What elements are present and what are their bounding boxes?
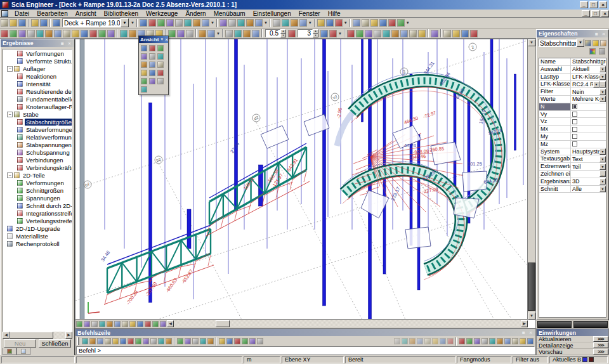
- toolbar-icon[interactable]: [105, 338, 111, 344]
- toolbar-icon[interactable]: [356, 30, 363, 37]
- tree-item[interactable]: Verformte Struktur: [3, 57, 72, 65]
- tree-item[interactable]: Knotenauflager-Resultierend: [3, 103, 72, 110]
- toolbar-icon[interactable]: [481, 338, 488, 344]
- toolbar-icon[interactable]: [402, 338, 408, 344]
- strip-scroll-right-icon[interactable]: ▶: [521, 320, 528, 327]
- close-button[interactable]: ×: [599, 1, 607, 8]
- step-down-icon[interactable]: ▼: [313, 34, 318, 38]
- toolbar-icon[interactable]: [1, 19, 8, 27]
- toolbar-icon[interactable]: [288, 30, 296, 37]
- view-front-icon[interactable]: [141, 45, 147, 51]
- toolbar-icon[interactable]: [237, 19, 245, 27]
- toolbar-icon[interactable]: [252, 30, 259, 37]
- toolbar-icon[interactable]: [129, 30, 136, 37]
- toolbar-icon[interactable]: [207, 338, 214, 344]
- toolbar-icon[interactable]: [99, 321, 105, 327]
- menu-item-einstellungen[interactable]: Einstellungen: [249, 10, 295, 18]
- toolbar-icon[interactable]: [225, 30, 233, 37]
- mdi-document-icon[interactable]: [1, 10, 8, 17]
- menu-item-ansicht[interactable]: Ansicht: [72, 10, 100, 18]
- toolbar-icon[interactable]: [353, 19, 360, 27]
- toolbar-icon[interactable]: [234, 338, 240, 344]
- rotate-icon[interactable]: [149, 53, 155, 60]
- toolbar-icon[interactable]: [137, 321, 143, 327]
- toolbar-icon[interactable]: [497, 338, 503, 344]
- command-panel-title[interactable]: Befehlszeile ■ ×: [75, 329, 535, 336]
- toolbar-icon[interactable]: [440, 338, 446, 344]
- property-value[interactable]: Alle▼: [571, 186, 606, 193]
- tree-item[interactable]: −Auflager: [3, 65, 72, 72]
- toolbar-icon[interactable]: [98, 30, 106, 37]
- toolbar-icon[interactable]: [202, 19, 209, 27]
- layer-combo[interactable]: Deck + Rampe 19.01 ▼: [62, 18, 129, 27]
- view-side-icon[interactable]: [149, 45, 155, 51]
- tree-item[interactable]: Verformungen: [3, 49, 72, 57]
- tree-item[interactable]: Spannungen: [3, 194, 72, 202]
- toolbar-icon[interactable]: [184, 19, 192, 27]
- tree-item[interactable]: Integrationsstreifen: [3, 209, 72, 217]
- mdi-minimize-button[interactable]: _: [582, 10, 590, 17]
- checkbox-unchecked[interactable]: [572, 112, 577, 117]
- menu-item-menbaum[interactable]: Menübaum: [210, 10, 249, 18]
- zoom-out-icon[interactable]: [141, 62, 147, 68]
- toolbar-icon[interactable]: [273, 19, 280, 27]
- ansicht-palette[interactable]: Ansicht ▼ ×: [138, 36, 169, 95]
- einwirkungen-title[interactable]: Einwirkungen: [537, 329, 608, 336]
- property-value[interactable]: Hauptsystem▼: [571, 148, 606, 155]
- toolbar-icon[interactable]: [234, 30, 242, 37]
- tree-item[interactable]: Fundamenttabelle: [3, 95, 72, 103]
- toolbar-icon[interactable]: [394, 338, 400, 344]
- property-value[interactable]: 3D▼: [571, 178, 606, 185]
- checkbox-unchecked[interactable]: [572, 141, 577, 146]
- toolbar-icon[interactable]: [512, 338, 518, 344]
- strip-scroll-left-icon[interactable]: ◀: [167, 320, 174, 327]
- property-value[interactable]: Mehrere Kompo▼: [571, 96, 606, 103]
- toolbar-icon[interactable]: [459, 338, 465, 344]
- checkbox-unchecked[interactable]: [572, 134, 577, 139]
- menu-item-datei[interactable]: Datei: [11, 10, 33, 18]
- prop-close-icon[interactable]: ×: [601, 31, 606, 37]
- tree-item[interactable]: Verbindungskräfte: [3, 164, 72, 171]
- zoom-in-icon[interactable]: [157, 53, 164, 60]
- toolbar-icon[interactable]: [135, 338, 141, 344]
- toolbar-icon[interactable]: [140, 19, 147, 27]
- toolbar-icon[interactable]: [160, 321, 166, 327]
- toolbar-icon[interactable]: [200, 338, 206, 344]
- property-value[interactable]: Text▼: [571, 155, 606, 162]
- property-value[interactable]: [571, 126, 606, 133]
- tree-item[interactable]: Schnitt durch 2D-Teil: [3, 202, 72, 209]
- property-value[interactable]: Teil▼: [571, 163, 606, 170]
- toolbar-icon[interactable]: [157, 19, 165, 27]
- results-tree[interactable]: VerformungenVerformte Struktur−AuflagerR…: [3, 49, 72, 333]
- mdi-close-button[interactable]: ×: [601, 10, 609, 17]
- toolbar-icon[interactable]: [299, 19, 307, 27]
- dropdown-arrow-icon[interactable]: ▼: [599, 156, 606, 162]
- dropdown-arrow-icon[interactable]: ▼: [593, 81, 599, 88]
- property-row[interactable]: SystemHauptsystem▼: [539, 148, 606, 156]
- cmd-close-icon[interactable]: ×: [528, 330, 534, 335]
- toolbar-icon[interactable]: [122, 321, 128, 327]
- scroll-right-icon[interactable]: ▶: [65, 332, 72, 339]
- tree-item[interactable]: Materialliste: [3, 232, 72, 240]
- tab-tree[interactable]: [3, 348, 16, 355]
- toolbar-icon[interactable]: [242, 338, 248, 344]
- einwirkungen-expand-button[interactable]: >>>: [593, 349, 608, 354]
- viewport-hscrollbar[interactable]: [174, 320, 521, 327]
- layer-combo-value[interactable]: Deck + Rampe 19.01: [62, 18, 121, 27]
- dropdown-arrow-icon[interactable]: ▼: [599, 96, 606, 102]
- tree-item[interactable]: Verbindungen: [3, 156, 72, 164]
- tree-item[interactable]: Intensität: [3, 80, 72, 88]
- toolbar-icon[interactable]: [186, 30, 193, 37]
- view-axon-icon[interactable]: [141, 53, 147, 60]
- window-more-icon[interactable]: ▼: [405, 21, 410, 25]
- prop-pin-icon[interactable]: ■: [594, 31, 599, 37]
- property-row[interactable]: Mx: [539, 126, 606, 133]
- toolbar-icon[interactable]: [466, 338, 473, 344]
- property-value[interactable]: [571, 103, 606, 110]
- toolbar-icon[interactable]: [228, 19, 236, 27]
- light-icon[interactable]: [157, 70, 164, 76]
- layers-icon[interactable]: [149, 70, 155, 76]
- toolbar-icon[interactable]: [335, 19, 343, 27]
- toolbar-icon[interactable]: [27, 30, 35, 37]
- toolbar-icon[interactable]: [166, 19, 174, 27]
